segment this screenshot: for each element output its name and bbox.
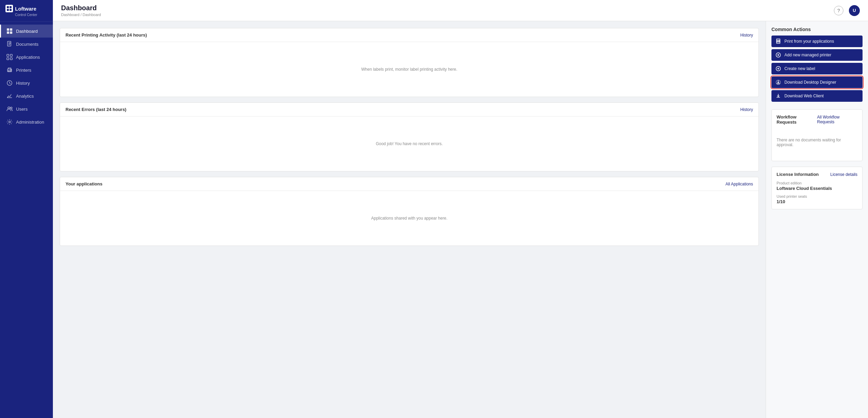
your-applications-title: Your applications <box>66 181 102 186</box>
recent-printing-title: Recent Printing Activity (last 24 hours) <box>66 32 147 38</box>
sidebar-item-printers[interactable]: Printers <box>0 64 53 76</box>
recent-errors-card: Recent Errors (last 24 hours) History Go… <box>60 102 759 171</box>
svg-rect-6 <box>7 31 9 34</box>
svg-rect-0 <box>7 6 9 8</box>
main-content: Recent Printing Activity (last 24 hours)… <box>53 21 766 418</box>
main-area: Dashboard Dashboard / Dashboard ? U Rece… <box>53 0 868 418</box>
recent-errors-header: Recent Errors (last 24 hours) History <box>60 103 758 116</box>
sidebar-item-users[interactable]: Users <box>0 102 53 115</box>
common-actions-section: Common Actions Print from your applicati… <box>771 27 863 104</box>
svg-point-18 <box>11 107 12 109</box>
sidebar-item-label: Analytics <box>16 94 34 99</box>
recent-printing-history-link[interactable]: History <box>740 33 753 38</box>
sidebar-item-label: Dashboard <box>16 29 38 34</box>
all-workflow-requests-link[interactable]: All Workflow Requests <box>817 115 857 124</box>
svg-point-22 <box>779 41 780 41</box>
product-edition-value: Loftware Cloud Essentials <box>777 186 857 191</box>
sidebar-item-applications[interactable]: Applications <box>0 51 53 64</box>
your-applications-body: Applications shared with you appear here… <box>60 191 758 246</box>
add-printer-label: Add new managed printer <box>784 53 831 57</box>
sidebar-item-history[interactable]: History <box>0 76 53 89</box>
recent-errors-history-link[interactable]: History <box>740 107 753 112</box>
svg-rect-12 <box>10 58 12 60</box>
svg-rect-5 <box>10 28 12 31</box>
sidebar-item-label: Users <box>16 107 28 112</box>
download-desktop-label: Download Desktop Designer <box>784 80 836 85</box>
printers-icon <box>6 67 13 73</box>
topbar-left: Dashboard Dashboard / Dashboard <box>61 4 101 17</box>
common-actions-title: Common Actions <box>771 27 863 32</box>
recent-printing-card: Recent Printing Activity (last 24 hours)… <box>60 28 759 97</box>
logo-area: Loftware Control Center <box>0 0 53 22</box>
sidebar-item-analytics[interactable]: Analytics <box>0 89 53 102</box>
svg-point-17 <box>8 107 10 109</box>
your-applications-empty: Applications shared with you appear here… <box>371 216 447 221</box>
recent-printing-body: When labels print, monitor label printin… <box>60 42 758 97</box>
add-printer-button[interactable]: Add new managed printer <box>771 49 863 61</box>
download-desktop-icon <box>776 80 781 85</box>
print-icon <box>776 39 781 44</box>
svg-point-19 <box>9 121 11 123</box>
license-details-link[interactable]: License details <box>830 172 857 177</box>
history-icon <box>6 80 13 86</box>
topbar-right: ? U <box>834 5 860 16</box>
svg-point-15 <box>11 70 11 70</box>
svg-rect-4 <box>7 28 9 31</box>
print-from-apps-button[interactable]: Print from your applications <box>771 36 863 47</box>
license-body: Product edition Loftware Cloud Essential… <box>777 181 857 204</box>
svg-rect-11 <box>7 58 9 60</box>
create-label-label: Create new label <box>784 66 815 71</box>
content-area: Recent Printing Activity (last 24 hours)… <box>53 21 868 418</box>
sidebar-item-label: History <box>16 81 30 86</box>
sidebar-item-dashboard[interactable]: Dashboard <box>0 25 53 38</box>
svg-rect-7 <box>10 31 12 34</box>
recent-errors-title: Recent Errors (last 24 hours) <box>66 107 126 112</box>
page-title: Dashboard <box>61 4 101 12</box>
breadcrumb: Dashboard / Dashboard <box>61 13 101 17</box>
svg-rect-2 <box>7 9 9 11</box>
sidebar: Loftware Control Center Dashboard Docume… <box>0 0 53 418</box>
avatar[interactable]: U <box>849 5 860 16</box>
svg-rect-21 <box>777 41 780 43</box>
create-label-icon <box>776 66 781 71</box>
workflow-requests-header: Workflow Requests All Workflow Requests <box>777 114 857 125</box>
create-label-button[interactable]: Create new label <box>771 63 863 74</box>
recent-errors-empty: Good job! You have no recent errors. <box>376 141 443 146</box>
sidebar-nav: Dashboard Documents Applications Printer… <box>0 22 53 418</box>
logo: Loftware <box>5 5 47 12</box>
add-printer-icon <box>776 52 781 58</box>
help-button[interactable]: ? <box>834 6 843 15</box>
print-from-apps-label: Print from your applications <box>784 39 834 44</box>
download-web-button[interactable]: Download Web Client <box>771 90 863 102</box>
sidebar-item-label: Administration <box>16 120 44 125</box>
sidebar-item-label: Documents <box>16 42 39 47</box>
app-subtitle: Control Center <box>5 13 47 17</box>
right-panel: Common Actions Print from your applicati… <box>766 21 868 418</box>
license-header: License Information License details <box>777 172 857 177</box>
download-web-icon <box>776 93 781 99</box>
svg-rect-9 <box>7 54 9 56</box>
workflow-requests-empty: There are no documents waiting for appro… <box>777 129 857 156</box>
users-icon <box>6 106 13 112</box>
all-applications-link[interactable]: All Applications <box>725 182 753 186</box>
logo-icon <box>5 5 13 12</box>
license-title: License Information <box>777 172 819 177</box>
sidebar-item-label: Applications <box>16 55 40 60</box>
svg-rect-3 <box>10 9 12 11</box>
download-web-label: Download Web Client <box>784 94 824 98</box>
applications-icon <box>6 54 13 60</box>
sidebar-item-documents[interactable]: Documents <box>0 38 53 51</box>
recent-printing-header: Recent Printing Activity (last 24 hours)… <box>60 28 758 42</box>
svg-rect-1 <box>10 6 12 8</box>
workflow-requests-section: Workflow Requests All Workflow Requests … <box>771 109 863 161</box>
sidebar-item-administration[interactable]: Administration <box>0 115 53 128</box>
svg-rect-14 <box>8 70 11 71</box>
breadcrumb-current: Dashboard <box>83 13 101 17</box>
recent-errors-body: Good job! You have no recent errors. <box>60 116 758 171</box>
download-desktop-button[interactable]: Download Desktop Designer <box>771 76 863 88</box>
sidebar-item-label: Printers <box>16 68 31 73</box>
breadcrumb-home[interactable]: Dashboard <box>61 13 79 17</box>
topbar: Dashboard Dashboard / Dashboard ? U <box>53 0 868 21</box>
dashboard-icon <box>6 28 13 34</box>
printer-seats-label: Used printer seats <box>777 194 857 198</box>
